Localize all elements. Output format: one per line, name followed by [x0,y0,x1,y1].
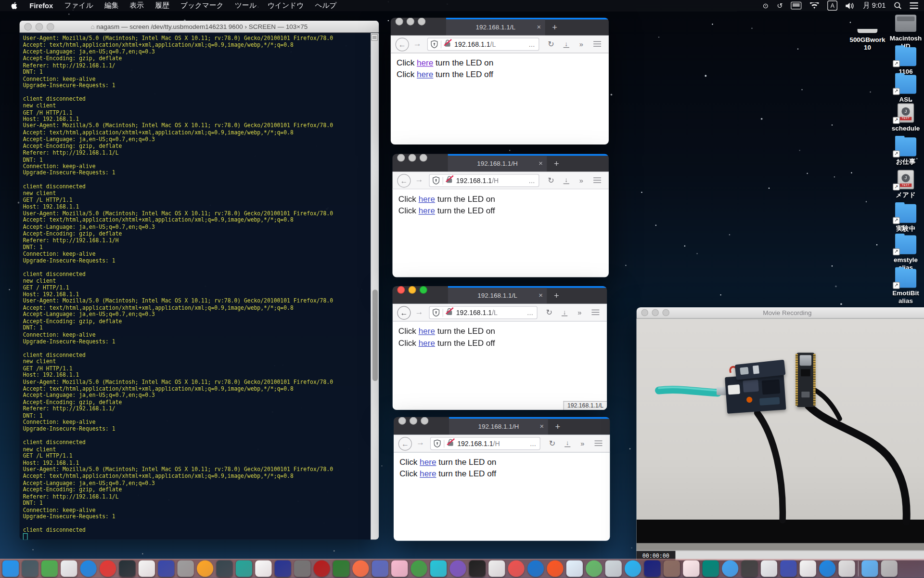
url-bar[interactable]: 192.168.1.1/H … [429,174,539,187]
new-tab-button[interactable]: + [554,290,559,301]
zoom-icon[interactable] [420,286,427,294]
dock-icon-app[interactable] [703,560,719,577]
url-bar[interactable]: 192.168.1.1/L … [429,306,537,319]
forward-button[interactable]: → [416,438,424,447]
volume-icon[interactable] [846,1,855,11]
movie-titlebar[interactable]: Movie Recording [636,307,924,318]
dock-icon-app[interactable] [819,560,835,577]
menu-help[interactable]: ヘルプ [315,0,337,11]
led-link[interactable]: here [420,457,436,467]
tab-bar[interactable]: 192.168.1.1/L × + [393,286,607,304]
dock-icon-app[interactable] [352,560,369,577]
desktop-icon-emstyle-alias[interactable]: ↗emstylealias [884,234,924,271]
forward-button[interactable]: → [415,174,423,184]
led-link[interactable]: here [420,469,436,478]
spotlight-search-icon[interactable] [894,1,902,11]
hamburger-menu-icon[interactable] [592,434,604,452]
dock-icon-app[interactable] [469,560,486,577]
page-actions-icon[interactable]: … [530,440,537,447]
page-actions-icon[interactable]: … [527,309,534,316]
tracking-protection-shield-icon[interactable] [433,308,440,316]
insecure-lock-icon[interactable] [447,438,453,449]
dock-icon-app[interactable] [333,560,349,577]
back-button[interactable]: ← [396,38,409,51]
dock-icon-app[interactable] [178,560,194,577]
dock-icon-app[interactable] [430,560,447,577]
browser-tab[interactable]: 192.168.1.1/H × [449,419,548,435]
url-bar[interactable]: 192.168.1.1/H … [430,437,540,450]
browser-tab[interactable]: 192.168.1.1/L × [446,19,545,36]
dock-icon-app[interactable] [683,560,699,577]
desktop-icon-お仕事[interactable]: ↗お仕事 [884,136,924,166]
hamburger-menu-icon[interactable] [591,35,603,53]
forward-button[interactable]: → [415,307,423,316]
app-menu-firefox[interactable]: Firefox [29,1,53,10]
desktop-icon-実験中[interactable]: ↗実験中 [884,203,924,232]
dock-icon-app[interactable] [488,560,505,577]
back-button[interactable]: ← [398,437,412,450]
download-icon[interactable]: ↓ [560,35,572,53]
page-actions-icon[interactable]: … [528,177,536,184]
time-machine-icon[interactable]: ↺ [777,1,783,11]
minimize-icon[interactable] [409,154,416,162]
menu-tools[interactable]: ツール [235,0,257,11]
dock-icon-app[interactable] [741,560,757,577]
menu-edit[interactable]: 編集 [104,0,118,11]
dock-icon-app[interactable] [508,560,525,577]
url-text[interactable]: 192.168.1.1/H [457,440,500,447]
reload-icon[interactable]: ↻ [546,434,558,452]
overflow-chevron-icon[interactable]: » [574,304,585,321]
notification-center-icon[interactable] [910,1,918,11]
desktop-icon-メアド[interactable]: JTEXT↗メアド [884,169,924,198]
tab-bar[interactable]: 192.168.1.1/H × + [393,154,609,172]
dock-icon-app[interactable] [119,560,135,577]
menu-view[interactable]: 表示 [130,0,144,11]
terminal-scrollbar[interactable] [371,33,379,540]
led-link[interactable]: here [417,69,433,79]
keyboard-icon[interactable] [791,1,802,11]
apple-menu[interactable] [11,1,18,11]
close-icon[interactable] [396,18,403,26]
led-link[interactable]: here [419,338,435,347]
download-icon[interactable]: ↓ [562,434,573,452]
dock-icon-app[interactable] [197,560,213,577]
dock-icon-app[interactable] [372,560,388,577]
url-bar[interactable]: 192.168.1.1/L … [427,38,539,51]
terminal-scrollbar-thumb[interactable] [372,289,377,381]
dock-icon-app[interactable] [80,560,97,577]
desktop-icon-1106[interactable]: ↗1106 [884,46,924,76]
close-icon[interactable] [397,154,405,162]
browser-tab[interactable]: 192.168.1.1/H × [448,156,547,172]
menu-bookmarks[interactable]: ブックマーク [180,0,224,11]
dock-icon-app[interactable] [391,560,408,577]
dock-icon-app[interactable] [255,560,271,577]
dock-icon-downloads-folder[interactable] [861,560,878,577]
close-icon[interactable] [397,286,405,294]
led-link[interactable]: here [419,206,435,215]
dock-icon-app[interactable] [566,560,583,577]
new-tab-button[interactable]: + [552,22,557,32]
tracking-protection-shield-icon[interactable] [434,439,441,447]
back-button[interactable]: ← [397,174,411,187]
menu-file[interactable]: ファイル [64,0,93,11]
dock-icon-app[interactable] [236,560,252,577]
reload-icon[interactable]: ↻ [545,35,557,53]
dock-icon-finder[interactable] [2,560,19,577]
dock-icon-app[interactable] [158,560,174,577]
dock-icon-app[interactable] [605,560,622,577]
new-tab-button[interactable]: + [555,421,560,432]
reload-icon[interactable]: ↻ [545,171,557,189]
dock-icon-trash[interactable] [881,560,898,577]
dock-icon-app[interactable] [780,560,796,577]
led-link[interactable]: here [419,326,435,336]
zoom-icon[interactable] [421,417,428,425]
overflow-chevron-icon[interactable]: » [576,171,586,189]
dock-icon-app[interactable] [294,560,310,577]
dock-icon-app[interactable] [41,560,58,577]
tab-bar[interactable]: 192.168.1.1/H × + [394,417,610,435]
dock-icon-app[interactable] [313,560,330,577]
dock-icon-app[interactable] [625,560,641,577]
new-tab-button[interactable]: + [554,158,559,168]
tracking-protection-shield-icon[interactable] [431,40,438,48]
desktop-icon-EmotiBit-alias[interactable]: ↗EmotiBitalias [884,268,924,304]
